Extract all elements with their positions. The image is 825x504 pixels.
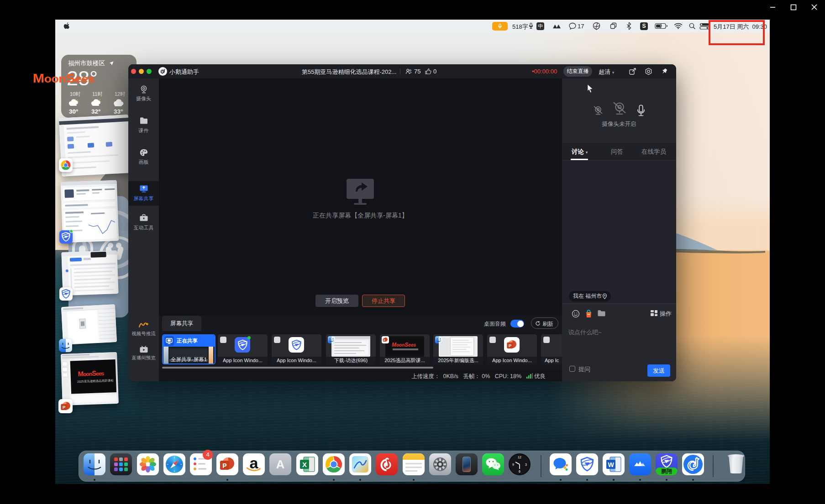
svg-text:P: P <box>63 405 65 410</box>
svg-text:3: 3 <box>525 463 527 466</box>
svg-text:9: 9 <box>512 463 514 466</box>
svg-text:X: X <box>302 461 307 468</box>
svg-text:W: W <box>608 461 614 468</box>
svg-text:12: 12 <box>518 456 521 459</box>
svg-text:P: P <box>509 343 511 348</box>
svg-text:6: 6 <box>519 470 520 473</box>
svg-text:P: P <box>222 462 226 469</box>
